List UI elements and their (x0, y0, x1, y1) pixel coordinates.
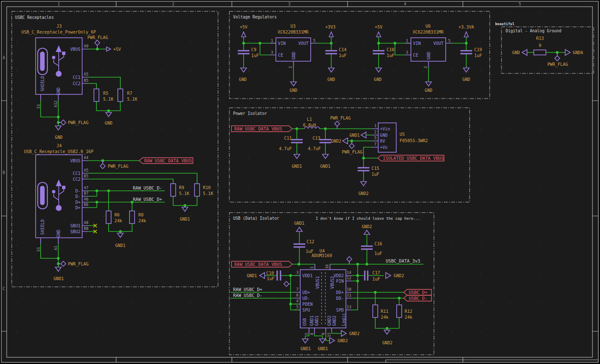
net-gnd[interactable]: GND (327, 77, 335, 82)
j4-value[interactable]: USB_C_Receptacle_USB2.0_16P (24, 149, 94, 154)
j4-ref[interactable]: J4 (57, 143, 62, 148)
r10-ref[interactable]: R10 (203, 185, 210, 190)
section-title[interactable]: Voltage Regulators (233, 15, 277, 19)
net-gnd1[interactable]: GND1 (294, 221, 305, 226)
pwr-flag-label[interactable]: PWR_FLAG (87, 35, 108, 40)
c15-value[interactable]: 1uF (371, 172, 379, 177)
netlabel-usbc-data-3v3[interactable]: USBC_DATA_3v3 (386, 258, 420, 264)
pwr-flag-label[interactable]: PWR_FLAG (547, 62, 568, 67)
netlabel-raw-usbc-dm[interactable]: RAW_USBC_D- (233, 293, 262, 298)
c12-ref[interactable]: C12 (306, 239, 314, 244)
c11-ref[interactable]: C11 (284, 136, 292, 140)
r9-ref[interactable]: R9 (179, 185, 184, 190)
section-title[interactable]: USB (Data) Isolator (233, 216, 279, 221)
r11-ref[interactable]: R11 (381, 309, 388, 314)
net-gnd[interactable]: GND (239, 77, 247, 82)
r7-value[interactable]: 5.1K (127, 97, 138, 101)
u3-ref[interactable]: U3 (291, 24, 296, 29)
net-gnd[interactable]: GND (425, 88, 432, 93)
c10-value[interactable]: 1uF (267, 276, 274, 281)
net-3v3a[interactable]: +3.3VA (459, 25, 474, 29)
net-gnd1[interactable]: GND1 (115, 243, 126, 248)
pwr-flag-label[interactable]: PWR_FLAG (68, 262, 88, 267)
label-raw-usbc-data-vbus[interactable]: RAW_USBC_DATA_VBUS (144, 158, 192, 164)
note-beautiful[interactable]: beautiful (495, 22, 514, 26)
u4-ref[interactable]: U4 (319, 249, 325, 253)
c10-ref[interactable]: C10 (266, 271, 274, 276)
net-5v[interactable]: +5V (240, 25, 247, 29)
u6-value[interactable]: XC6220B331MR (413, 30, 444, 34)
netlabel-raw-usbc-dm[interactable]: RAW_USBC_D- (133, 185, 162, 191)
label-usbc-dm[interactable]: USBC_D- (409, 296, 427, 301)
net-5v[interactable]: +5V (375, 25, 382, 29)
label-raw-usbc-data-vbus[interactable]: RAW_USBC_DATA_VBUS (234, 262, 282, 267)
c11-value[interactable]: 4.7uF (279, 146, 292, 151)
net-gnd2[interactable]: GND2 (358, 191, 369, 196)
comment-text[interactable]: I don't know if I should leave the cap h… (316, 216, 420, 221)
c16-ref[interactable]: C16 (374, 242, 382, 246)
pwr-flag-label[interactable]: PWR_FLAG (68, 120, 88, 125)
c15-ref[interactable]: C15 (371, 166, 379, 171)
r12-ref[interactable]: R12 (405, 309, 412, 314)
u3-value[interactable]: XC6220B331MR (278, 30, 309, 34)
c19-value[interactable]: 1uF (474, 53, 482, 58)
net-gnd1[interactable]: GND1 (292, 164, 302, 169)
pwr-flag-label[interactable]: PWR_FLAG (108, 164, 128, 169)
c17-value[interactable]: 1uF (372, 277, 380, 281)
c17-ref[interactable]: C17 (372, 270, 380, 275)
net-gnd2[interactable]: GND2 (349, 331, 360, 336)
net-gnd[interactable]: GND (374, 77, 382, 82)
net-gnd1[interactable]: GND1 (180, 217, 190, 221)
net-gnd1[interactable]: GND1 (318, 346, 328, 351)
net-gnd1[interactable]: GND1 (247, 273, 257, 278)
u5-value[interactable]: F0505S-3WR2 (400, 138, 428, 143)
r8-value[interactable]: 24k (138, 218, 146, 223)
j3-ref[interactable]: J3 (57, 24, 62, 29)
l1-value[interactable]: 6.8uH (303, 123, 316, 127)
c14-value[interactable]: 1uF (339, 53, 346, 58)
net-gnd1[interactable]: GND1 (301, 346, 311, 351)
label-isolated-usbc-data-vbus[interactable]: ISOLATED_USBC_DATA_VBUS (383, 156, 444, 161)
j3-value[interactable]: USB_C_Receptacle_PowerOnly_6P (21, 30, 96, 35)
label-raw-usbc-data-vbus[interactable]: RAW_USBC_DATA_VBUS (234, 126, 282, 132)
netlabel-raw-usbc-dp[interactable]: RAW_USBC_D+ (133, 197, 162, 202)
l1-ref[interactable]: L1 (307, 117, 312, 122)
net-gnd2[interactable]: GND2 (382, 341, 393, 345)
net-gnd1[interactable]: GND1 (320, 164, 331, 169)
net-5v[interactable]: +5V (113, 47, 121, 52)
r5-ref[interactable]: R5 (103, 91, 108, 96)
c18-value[interactable]: 1uF (387, 53, 394, 58)
r13-ref[interactable]: R13 (536, 36, 544, 41)
net-gnd[interactable]: GND (55, 135, 62, 140)
section-title[interactable]: Digital - Analog Ground (506, 29, 561, 33)
r12-value[interactable]: 24k (405, 315, 412, 320)
net-gnd2[interactable]: GND2 (338, 338, 348, 343)
c13-ref[interactable]: C13 (313, 136, 320, 140)
net-gnd2[interactable]: GND2 (362, 224, 372, 229)
r10-value[interactable]: 5.1K (203, 191, 213, 196)
r9-value[interactable]: 5.1K (179, 191, 190, 196)
net-gnd1[interactable]: GND1 (54, 276, 64, 281)
section-title[interactable]: Power Isolator (233, 111, 267, 116)
c9-value[interactable]: 1uF (251, 53, 259, 58)
label-usbc-dp[interactable]: USBC_D+ (409, 290, 427, 295)
r13-value[interactable]: 0 (539, 43, 541, 48)
c14-ref[interactable]: C14 (339, 47, 346, 52)
net-gnd2[interactable]: GND2 (394, 273, 404, 278)
u5-ref[interactable]: U5 (400, 132, 405, 137)
net-gnd2[interactable]: GND2 (331, 139, 341, 143)
c16-value[interactable]: 1uF (374, 251, 382, 256)
r7-ref[interactable]: R7 (127, 91, 132, 96)
c18-ref[interactable]: C18 (387, 47, 394, 52)
pwr-flag-label[interactable]: PWR_FLAG (330, 116, 351, 121)
netlabel-raw-usbc-dp[interactable]: RAW_USBC_D+ (233, 287, 262, 292)
net-gnd[interactable]: GND (462, 77, 470, 82)
r11-value[interactable]: 24k (381, 315, 388, 320)
c13-value[interactable]: 4.7uF (308, 146, 321, 151)
c9-ref[interactable]: C9 (251, 47, 256, 52)
r6-value[interactable]: 24k (114, 218, 122, 223)
c19-ref[interactable]: C19 (474, 47, 482, 52)
net-gnd[interactable]: GND (290, 88, 297, 93)
r8-ref[interactable]: R8 (138, 213, 143, 217)
section-title[interactable]: USBC Receptacles (15, 15, 54, 20)
